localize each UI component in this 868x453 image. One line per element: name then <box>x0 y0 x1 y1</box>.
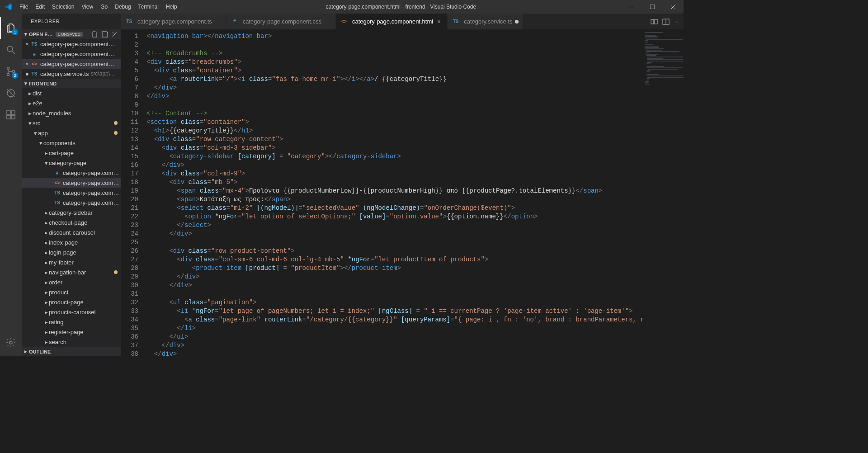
menu-file[interactable]: File <box>16 0 32 14</box>
minimize-button[interactable] <box>621 0 642 14</box>
menu-go[interactable]: Go <box>97 0 111 14</box>
tree-folder[interactable]: ▸index-page <box>22 237 121 247</box>
close-indicator[interactable]: × <box>24 61 31 67</box>
code-line[interactable]: <span>Κατάταξη ως προς:</span> <box>146 195 643 204</box>
tree-folder[interactable]: ▸product <box>22 287 121 297</box>
code-line[interactable]: <div class="breadcrumbs"> <box>146 58 643 66</box>
tree-file[interactable]: TScategory-page.compo… <box>22 198 121 208</box>
workspace-header[interactable]: ▾ FRONTEND <box>22 79 121 88</box>
code-line[interactable]: <a class="page-link" routerLink="/catego… <box>146 316 643 324</box>
activity-search[interactable] <box>0 39 22 61</box>
code-line[interactable]: <option *ngFor="let option of selectOpti… <box>146 212 643 221</box>
split-editor-icon[interactable] <box>662 18 670 25</box>
code-line[interactable]: <div class="col-md-3 sidebar"> <box>146 144 643 152</box>
open-editor-item[interactable]: ×<>category-page.component.… <box>22 59 121 69</box>
code-line[interactable]: <div class="mb-5"> <box>146 178 643 187</box>
code-line[interactable]: <!-- Breadcrumbs --> <box>146 49 643 58</box>
close-indicator[interactable]: × <box>24 41 31 47</box>
tree-folder[interactable]: ▸search <box>22 337 121 347</box>
save-all-icon[interactable] <box>101 31 108 38</box>
menu-view[interactable]: View <box>78 0 97 14</box>
tree-folder[interactable]: ▸category-sidebar <box>22 208 121 217</box>
activity-extensions[interactable] <box>0 104 22 126</box>
close-all-icon[interactable] <box>111 31 118 38</box>
new-file-icon[interactable] <box>91 31 99 38</box>
code-line[interactable]: <h1>{{categoryTitle}}</h1> <box>146 127 643 135</box>
tree-folder[interactable]: ▸e2e <box>22 98 121 108</box>
code-line[interactable]: </li> <box>146 324 643 333</box>
code-area[interactable]: <navigation-bar></navigation-bar><!-- Br… <box>146 29 643 356</box>
editor-tab[interactable]: TScategory-page.component.ts <box>121 14 226 29</box>
tree-file[interactable]: TScategory-page.compo… <box>22 188 121 198</box>
open-editor-item[interactable]: ●TScategory.service.tssrc\app\… <box>22 69 121 79</box>
code-line[interactable]: <span class="mx-4">Προϊόντα {{productNum… <box>146 187 643 195</box>
tree-folder[interactable]: ▸my-footer <box>22 257 121 267</box>
tree-folder[interactable]: ▸register-page <box>22 327 121 337</box>
tree-folder[interactable]: ▸product-page <box>22 297 121 307</box>
tree-folder[interactable]: ▸navigation-bar <box>22 267 121 277</box>
code-line[interactable] <box>146 41 643 49</box>
open-editor-item[interactable]: ×TScategory-page.component.… <box>22 39 121 49</box>
menu-edit[interactable]: Edit <box>32 0 48 14</box>
code-line[interactable]: <li *ngFor="let page of pageNumbers; let… <box>146 307 643 316</box>
code-line[interactable] <box>146 101 643 109</box>
tree-folder[interactable]: ▸checkout-page <box>22 217 121 227</box>
code-line[interactable]: <div class="col-sm-6 col-md-6 col-lg-4 m… <box>146 255 643 264</box>
code-line[interactable] <box>146 238 643 247</box>
minimap[interactable] <box>643 29 684 356</box>
activity-settings[interactable] <box>0 332 22 354</box>
menu-terminal[interactable]: Terminal <box>135 0 162 14</box>
editor-tab[interactable]: TScategory.service.ts <box>448 14 523 29</box>
tree-file[interactable]: #category-page.compo… <box>22 168 121 178</box>
editor-tab[interactable]: <>category-page.component.html× <box>336 14 448 29</box>
code-line[interactable]: </div> <box>146 350 643 356</box>
tree-folder[interactable]: ▸login-page <box>22 247 121 257</box>
maximize-button[interactable] <box>642 0 663 14</box>
editor-body[interactable]: 1234567891011121314151617181920212223242… <box>121 29 684 356</box>
editor-tab[interactable]: #category-page.component.css <box>226 14 336 29</box>
activity-debug[interactable] <box>0 82 22 104</box>
code-line[interactable]: </div> <box>146 341 643 350</box>
tree-folder[interactable]: ▸cart-page <box>22 148 121 158</box>
more-actions-icon[interactable]: ··· <box>674 18 679 25</box>
code-line[interactable]: <category-sidebar [category] = "category… <box>146 152 643 161</box>
compare-icon[interactable] <box>651 18 658 25</box>
code-line[interactable]: </ul> <box>146 333 643 341</box>
tree-file[interactable]: <>category-page.compo… <box>22 178 121 188</box>
tree-folder[interactable]: ▸rating <box>22 317 121 327</box>
code-line[interactable]: <a routerLink="/"><i class="fas fa-home … <box>146 75 643 84</box>
tree-folder[interactable]: ▾src <box>22 118 121 128</box>
code-line[interactable]: <!-- Content --> <box>146 109 643 118</box>
code-line[interactable]: </div> <box>146 84 643 92</box>
close-tab-icon[interactable]: × <box>435 18 443 25</box>
code-line[interactable]: <div class="row product-content"> <box>146 247 643 255</box>
menu-debug[interactable]: Debug <box>111 0 134 14</box>
menu-help[interactable]: Help <box>162 0 181 14</box>
code-line[interactable]: <div class="container"> <box>146 66 643 75</box>
activity-scm[interactable]: 2 <box>0 61 22 82</box>
close-indicator[interactable]: ● <box>24 71 31 77</box>
code-line[interactable]: </div> <box>146 273 643 281</box>
activity-explorer[interactable]: 1 <box>0 17 22 39</box>
code-line[interactable]: <section class="container"> <box>146 118 643 127</box>
tree-folder[interactable]: ▾components <box>22 138 121 148</box>
open-editors-header[interactable]: ▾ OPEN E… 1 UNSAVED <box>22 29 121 39</box>
code-line[interactable]: </div> <box>146 92 643 101</box>
tree-folder[interactable]: ▸products-carousel <box>22 307 121 317</box>
code-line[interactable]: <select class="ml-2" [(ngModel)]="select… <box>146 204 643 212</box>
open-editor-item[interactable]: #category-page.component.… <box>22 49 121 59</box>
tree-folder[interactable]: ▸discount-carousel <box>22 227 121 237</box>
code-line[interactable]: <navigation-bar></navigation-bar> <box>146 32 643 41</box>
code-line[interactable]: </div> <box>146 230 643 238</box>
outline-header[interactable]: ▸ OUTLINE <box>22 347 121 356</box>
tree-folder[interactable]: ▸node_modules <box>22 108 121 118</box>
code-line[interactable]: </select> <box>146 221 643 230</box>
tree-folder[interactable]: ▾app <box>22 128 121 138</box>
tree-folder[interactable]: ▾category-page <box>22 158 121 168</box>
code-line[interactable]: </div> <box>146 281 643 290</box>
close-button[interactable] <box>663 0 684 14</box>
menu-selection[interactable]: Selection <box>48 0 78 14</box>
code-line[interactable] <box>146 290 643 298</box>
code-line[interactable]: <product-item [product] = "productItem">… <box>146 264 643 273</box>
code-line[interactable]: <div class="row category-content"> <box>146 135 643 144</box>
